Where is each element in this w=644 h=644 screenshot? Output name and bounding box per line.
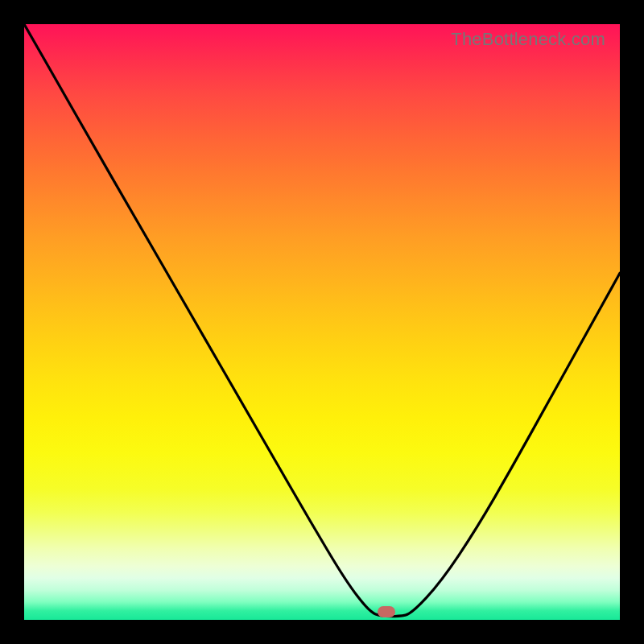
curve-path [24,24,620,617]
chart-frame: TheBottleneck.com [0,0,644,644]
bottleneck-curve [24,24,620,620]
plot-area: TheBottleneck.com [24,24,620,620]
optimal-point-marker [378,606,395,617]
